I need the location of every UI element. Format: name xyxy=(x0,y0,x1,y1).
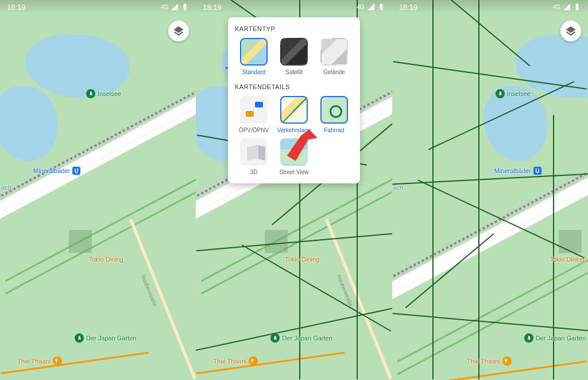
bike-thumb-icon xyxy=(320,96,348,124)
tree-icon xyxy=(86,89,95,98)
screenshot-panel-1: Steubenstraße Inselsee Mineralbäder U ac… xyxy=(0,0,196,380)
screenshot-panel-3: Inselsee Mineralbäder U ach Tokio Dining… xyxy=(392,0,588,380)
status-time: 18:19 xyxy=(7,3,26,11)
maptype-option-terrain[interactable]: Gelände xyxy=(315,38,353,75)
transit-thumb-icon xyxy=(240,96,268,124)
ubahn-icon: U xyxy=(533,167,541,175)
poi-mineralbader[interactable]: Mineralbäder U xyxy=(494,167,541,175)
poi-thai-thaani[interactable]: Thai Thaani xyxy=(17,356,62,366)
satellite-thumb-icon xyxy=(280,38,308,66)
status-icons: 4G xyxy=(553,3,581,11)
battery-icon xyxy=(573,3,581,11)
poi-inselsee[interactable]: Inselsee xyxy=(86,89,121,98)
poi-japan-garten[interactable]: Der Japan Garten xyxy=(270,333,332,343)
tree-icon xyxy=(270,333,280,343)
battery-icon xyxy=(377,3,385,11)
threed-thumb-icon xyxy=(240,138,268,166)
mapdetail-option-transit[interactable]: ÖPV/ÖPNV xyxy=(235,96,273,133)
poi-inselsee[interactable]: Inselsee xyxy=(496,89,531,98)
section-title-mapdetails: KARTENDETAILS xyxy=(235,83,353,90)
signal-icon xyxy=(171,3,179,11)
poi-tokio-dining[interactable]: Tokio Dining xyxy=(89,256,123,263)
standard-thumb-icon xyxy=(240,38,268,66)
poi-thai-thaani[interactable]: Thai Thaani xyxy=(467,356,512,366)
poi-tokio-dining[interactable]: Tokio Dining xyxy=(550,256,585,263)
poi-tokio-dining[interactable]: Tokio Dining xyxy=(285,256,319,263)
status-icons: 4G xyxy=(161,3,189,11)
mapdetail-option-3d[interactable]: 3D xyxy=(235,138,273,175)
restaurant-icon xyxy=(502,356,512,366)
status-bar: 18:19 4G xyxy=(0,0,196,14)
status-time: 18:19 xyxy=(203,3,222,11)
layers-button[interactable] xyxy=(560,21,581,41)
traffic-thumb-icon xyxy=(280,96,308,124)
battery-icon xyxy=(181,3,189,11)
poi-japan-garten[interactable]: Der Japan Garten xyxy=(75,333,136,343)
tree-icon xyxy=(524,333,533,343)
tree-icon xyxy=(75,333,84,343)
status-bar: 18:19 4G xyxy=(392,0,588,14)
maptype-option-standard[interactable]: Standard xyxy=(235,38,273,75)
layers-icon xyxy=(173,25,184,37)
svg-marker-0 xyxy=(287,130,318,161)
signal-icon xyxy=(367,3,375,11)
annotation-arrow xyxy=(279,126,319,169)
status-bar: 18:19 4G xyxy=(196,0,392,14)
terrain-thumb-icon xyxy=(320,38,348,66)
map-canvas[interactable]: Inselsee Mineralbäder U ach Tokio Dining… xyxy=(392,0,588,380)
status-icons: 4G xyxy=(357,3,385,11)
poi-japan-garten[interactable]: Der Japan Garten xyxy=(524,333,586,343)
water-label: ach xyxy=(1,184,11,191)
maptype-option-satellite[interactable]: Satellit xyxy=(275,38,313,75)
ubahn-icon: U xyxy=(72,167,80,175)
mapdetail-option-bike[interactable]: Fahrrad xyxy=(315,96,353,133)
screenshot-panel-2: Tokio Dining Der Japan Garten Thai Thaan… xyxy=(196,0,392,380)
signal-icon xyxy=(563,3,571,11)
poi-thai-thaani[interactable]: Thai Thaani xyxy=(213,356,258,366)
map-canvas[interactable]: Steubenstraße Inselsee Mineralbäder U ac… xyxy=(0,0,196,380)
layers-icon xyxy=(565,25,577,37)
status-time: 18:19 xyxy=(399,3,418,11)
water-label: ach xyxy=(393,184,404,191)
restaurant-icon xyxy=(53,356,62,366)
poi-mineralbader[interactable]: Mineralbäder U xyxy=(33,167,80,175)
section-title-maptype: KARTENTYP xyxy=(235,25,353,32)
restaurant-icon xyxy=(249,356,258,366)
tree-icon xyxy=(496,89,505,98)
